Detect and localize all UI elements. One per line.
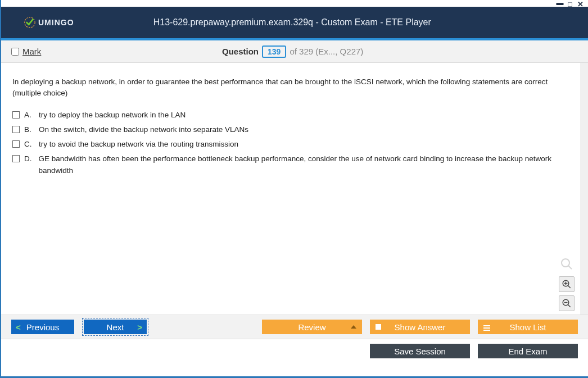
zoom-out-button[interactable]: [559, 295, 575, 311]
zoom-toolbar: [559, 257, 575, 311]
question-text: In deploying a backup network, in order …: [12, 76, 570, 99]
triangle-up-icon: [351, 325, 356, 329]
choice-letter: D.: [24, 153, 34, 165]
choice-checkbox[interactable]: [12, 140, 20, 148]
review-button[interactable]: Review: [262, 320, 362, 334]
svg-point-1: [562, 259, 569, 267]
logo-check-icon: [24, 16, 36, 29]
question-progress: Question 139 of 329 (Ex..., Q227): [41, 45, 544, 58]
choice-letter: B.: [24, 124, 34, 135]
end-exam-label: End Exam: [508, 347, 547, 356]
next-button[interactable]: Next >: [84, 320, 147, 334]
choice-row[interactable]: A. try to deploy the backup network in t…: [12, 110, 570, 121]
square-icon: [376, 324, 381, 330]
choice-checkbox[interactable]: [12, 111, 20, 119]
logo-text: UMINGO: [38, 18, 74, 27]
review-label: Review: [298, 322, 325, 332]
next-button-focus-ring: Next >: [82, 318, 148, 336]
choice-letter: C.: [24, 139, 34, 150]
choice-text: try to avoid the backup network via the …: [39, 139, 238, 150]
list-icon: [483, 324, 490, 330]
svg-line-8: [568, 304, 571, 307]
window-title: H13-629.prepaway.premium.exam.329q - Cus…: [74, 17, 578, 28]
chevron-left-icon: <: [16, 322, 21, 332]
question-total: of 329 (Ex..., Q227): [290, 47, 363, 56]
choice-letter: A.: [24, 110, 34, 121]
mark-label[interactable]: Mark: [22, 47, 41, 56]
question-word: Question: [222, 47, 259, 56]
question-number-box[interactable]: 139: [262, 45, 286, 58]
session-row: Save Session End Exam: [1, 339, 588, 363]
question-content: In deploying a backup network, in order …: [1, 63, 588, 315]
search-zoom-icon[interactable]: [560, 257, 573, 273]
choice-row[interactable]: D. GE bandwidth has often been the perfo…: [12, 153, 570, 176]
zoom-in-button[interactable]: [559, 276, 575, 292]
window-controls: ▬ □ ✕: [555, 0, 585, 8]
question-header-bar: Mark Question 139 of 329 (Ex..., Q227): [1, 40, 588, 63]
maximize-icon[interactable]: □: [566, 0, 575, 8]
choice-checkbox[interactable]: [12, 126, 20, 133]
choice-row[interactable]: B. On the switch, divide the backup netw…: [12, 124, 570, 135]
end-exam-button[interactable]: End Exam: [478, 344, 578, 358]
choice-text: try to deploy the backup network in the …: [39, 110, 186, 121]
choice-row[interactable]: C. try to avoid the backup network via t…: [12, 139, 570, 150]
mark-toggle[interactable]: Mark: [11, 47, 41, 56]
next-label: Next: [107, 322, 124, 332]
choice-text: On the switch, divide the backup network…: [39, 124, 248, 135]
mark-checkbox[interactable]: [11, 48, 19, 56]
minimize-icon[interactable]: ▬: [555, 0, 564, 8]
save-session-label: Save Session: [394, 347, 446, 356]
navigation-row: < Previous Next > Review Show Answer Sho…: [1, 315, 588, 339]
svg-rect-10: [483, 325, 490, 326]
svg-line-4: [568, 285, 571, 288]
show-list-label: Show List: [509, 322, 546, 332]
close-icon[interactable]: ✕: [576, 0, 585, 8]
show-list-button[interactable]: Show List: [478, 320, 578, 334]
show-answer-label: Show Answer: [395, 322, 446, 332]
save-session-button[interactable]: Save Session: [370, 344, 470, 358]
svg-line-2: [568, 266, 572, 269]
chevron-right-icon: >: [137, 322, 142, 332]
title-bar: UMINGO H13-629.prepaway.premium.exam.329…: [1, 0, 588, 38]
previous-label: Previous: [26, 322, 59, 332]
choice-text: GE bandwidth has often been the performa…: [38, 153, 570, 176]
app-logo: UMINGO: [24, 16, 74, 29]
show-answer-button[interactable]: Show Answer: [370, 320, 470, 334]
svg-rect-11: [483, 327, 490, 329]
choice-list: A. try to deploy the backup network in t…: [12, 110, 570, 176]
previous-button[interactable]: < Previous: [11, 320, 74, 334]
choice-checkbox[interactable]: [12, 155, 20, 162]
svg-rect-12: [483, 330, 490, 331]
